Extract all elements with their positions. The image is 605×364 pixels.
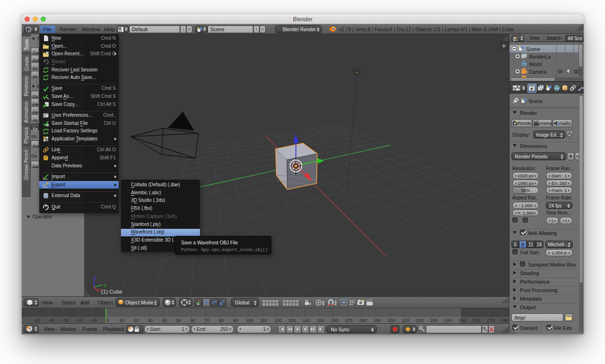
svg-text:z: z [95,275,97,279]
svg-text:(1) Cube: (1) Cube [101,289,122,295]
svg-text:y: y [104,283,106,287]
